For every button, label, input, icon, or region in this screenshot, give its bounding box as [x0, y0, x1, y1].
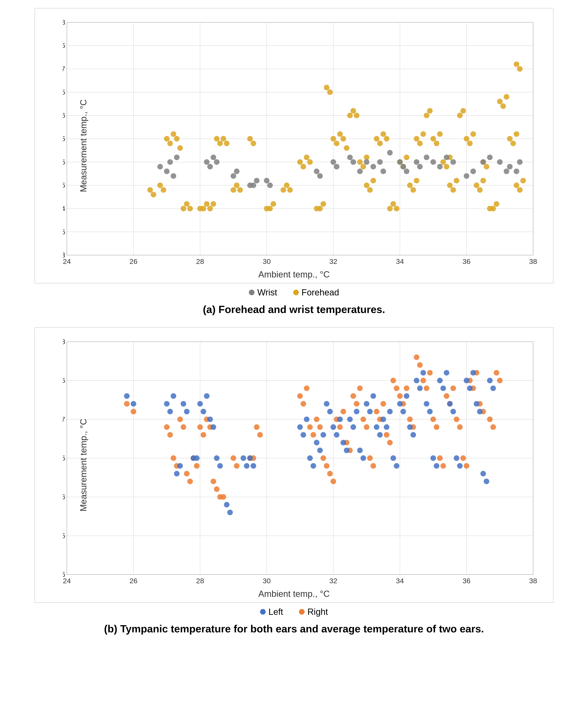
chart-b-legend: Left Right	[260, 607, 328, 617]
svg-point-353	[364, 401, 370, 407]
chart-b-x-label: Ambient temp., °C	[258, 589, 330, 599]
svg-point-262	[340, 409, 346, 415]
svg-point-242	[220, 494, 226, 500]
svg-point-71	[297, 159, 303, 165]
svg-point-248	[257, 432, 263, 438]
chart-b-block: Measurement temp., °C Ambient temp., °C …	[8, 328, 580, 635]
svg-point-224	[131, 409, 136, 415]
svg-point-84	[344, 145, 350, 151]
svg-point-378	[447, 401, 453, 407]
svg-point-347	[344, 447, 350, 453]
svg-point-261	[337, 424, 343, 430]
legend-wrist-label: Wrist	[257, 288, 277, 297]
svg-point-139	[514, 131, 519, 137]
legend-wrist: Wrist	[249, 288, 277, 297]
svg-point-226	[167, 432, 173, 438]
svg-point-256	[320, 455, 326, 461]
svg-point-58	[220, 136, 226, 142]
svg-point-67	[271, 201, 276, 207]
svg-text:37: 37	[63, 415, 65, 423]
svg-point-371	[424, 401, 429, 407]
svg-point-356	[374, 424, 379, 430]
svg-point-46	[174, 136, 180, 142]
chart-a-legend: Wrist Forehead	[249, 288, 339, 297]
svg-point-169	[371, 164, 376, 169]
chart-a-block: Measurement temp., °C Ambient temp., °C …	[8, 8, 580, 315]
svg-point-185	[480, 159, 486, 165]
svg-point-181	[444, 154, 449, 160]
svg-point-277	[391, 378, 396, 383]
svg-point-236	[201, 432, 206, 438]
svg-point-123	[464, 136, 469, 142]
svg-point-334	[300, 432, 306, 438]
svg-point-311	[164, 401, 170, 407]
chart-a-title: (a) Forehead and wrist temperatures.	[203, 303, 385, 315]
wrist-dot	[249, 290, 254, 295]
svg-point-53	[204, 201, 210, 207]
chart-a-y-label: Measurement temp., °C	[79, 99, 88, 192]
svg-point-332	[251, 463, 256, 469]
svg-point-386	[477, 409, 483, 415]
svg-point-150	[204, 159, 210, 165]
svg-point-258	[327, 471, 333, 477]
svg-point-140	[514, 183, 519, 188]
svg-point-157	[251, 183, 256, 188]
svg-point-244	[234, 463, 239, 469]
svg-point-309	[124, 393, 129, 399]
svg-point-287	[424, 385, 429, 391]
svg-point-367	[411, 432, 416, 438]
svg-point-45	[171, 131, 176, 137]
svg-point-377	[444, 370, 449, 376]
svg-text:36: 36	[462, 257, 470, 266]
svg-point-164	[334, 164, 339, 169]
svg-point-385	[474, 401, 479, 407]
svg-point-62	[237, 187, 243, 193]
svg-point-145	[157, 164, 163, 169]
chart-b-title: (b) Tympanic temperature for both ears a…	[104, 623, 484, 635]
svg-point-98	[387, 206, 393, 211]
svg-point-88	[357, 159, 363, 165]
svg-text:36: 36	[63, 111, 65, 119]
svg-point-243	[231, 455, 236, 461]
svg-point-355	[371, 393, 376, 399]
svg-point-55	[211, 201, 216, 207]
svg-point-360	[387, 409, 393, 415]
svg-point-239	[211, 479, 216, 484]
svg-point-77	[320, 201, 326, 207]
svg-text:38: 38	[529, 257, 537, 266]
svg-point-172	[387, 150, 393, 155]
chart-b-svg: 3535.53636.53737.5382426283032343638	[63, 336, 541, 587]
svg-point-249	[297, 393, 303, 399]
svg-point-168	[364, 159, 370, 165]
svg-point-96	[380, 131, 386, 137]
svg-point-103	[404, 154, 410, 160]
svg-point-308	[497, 378, 503, 383]
svg-point-180	[437, 164, 443, 169]
svg-point-265	[351, 393, 356, 399]
svg-point-68	[281, 187, 286, 193]
svg-point-390	[490, 385, 496, 391]
svg-point-128	[480, 178, 486, 184]
svg-point-250	[300, 401, 306, 407]
svg-text:38: 38	[529, 577, 537, 585]
left-dot	[260, 609, 266, 615]
svg-text:28: 28	[196, 577, 204, 585]
svg-point-362	[394, 463, 399, 469]
svg-point-173	[397, 159, 403, 165]
svg-point-336	[307, 455, 313, 461]
svg-text:32: 32	[329, 577, 337, 585]
svg-point-253	[311, 432, 316, 438]
svg-text:36.5: 36.5	[63, 88, 65, 96]
legend-left-label: Left	[269, 607, 283, 617]
svg-point-370	[420, 370, 426, 376]
svg-text:26: 26	[129, 577, 138, 585]
svg-point-85	[347, 112, 353, 118]
svg-point-95	[377, 141, 383, 146]
svg-point-120	[454, 178, 459, 184]
svg-point-257	[324, 463, 330, 469]
svg-point-284	[414, 355, 419, 360]
svg-point-147	[167, 159, 173, 165]
svg-point-361	[391, 455, 396, 461]
svg-point-126	[474, 183, 479, 188]
svg-point-366	[407, 424, 413, 430]
